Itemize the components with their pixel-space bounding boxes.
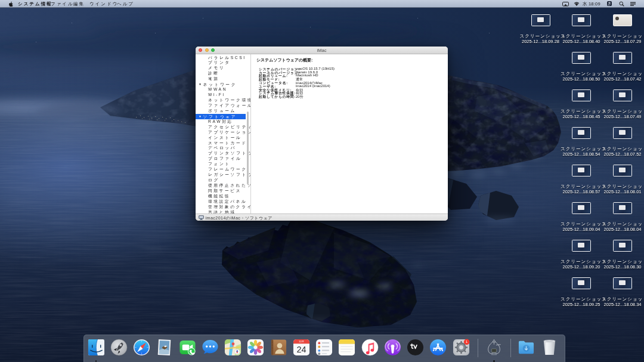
svg-text:24: 24 — [296, 345, 306, 354]
svg-text:1: 1 — [466, 340, 467, 344]
svg-text:12月: 12月 — [299, 340, 304, 343]
